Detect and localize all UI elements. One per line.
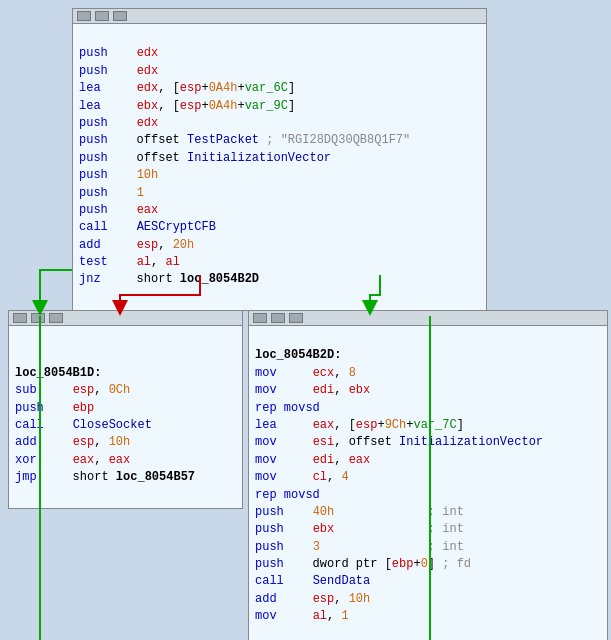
- graph-icon: [253, 313, 267, 323]
- top-code-content: push edx push edx lea edx, [esp+0A4h+var…: [73, 24, 486, 310]
- close-icon: [289, 313, 303, 323]
- graph-icon: [77, 11, 91, 21]
- bottom-left-code-content: loc_8054B1D: sub esp, 0Ch push ebp call …: [9, 326, 242, 508]
- bottom-right-titlebar: [249, 311, 607, 326]
- bottom-right-code-content: loc_8054B2D: mov ecx, 8 mov edi, ebx rep…: [249, 326, 607, 640]
- top-titlebar: [73, 9, 486, 24]
- bottom-left-titlebar: [9, 311, 242, 326]
- minus-icon: [31, 313, 45, 323]
- top-code-box: push edx push edx lea edx, [esp+0A4h+var…: [72, 8, 487, 311]
- bottom-right-code-box: loc_8054B2D: mov ecx, 8 mov edi, ebx rep…: [248, 310, 608, 640]
- close-icon: [113, 11, 127, 21]
- minus-icon: [95, 11, 109, 21]
- bottom-left-code-box: loc_8054B1D: sub esp, 0Ch push ebp call …: [8, 310, 243, 509]
- close-icon: [49, 313, 63, 323]
- graph-icon: [13, 313, 27, 323]
- minus-icon: [271, 313, 285, 323]
- arrow-left-branch: [40, 270, 72, 308]
